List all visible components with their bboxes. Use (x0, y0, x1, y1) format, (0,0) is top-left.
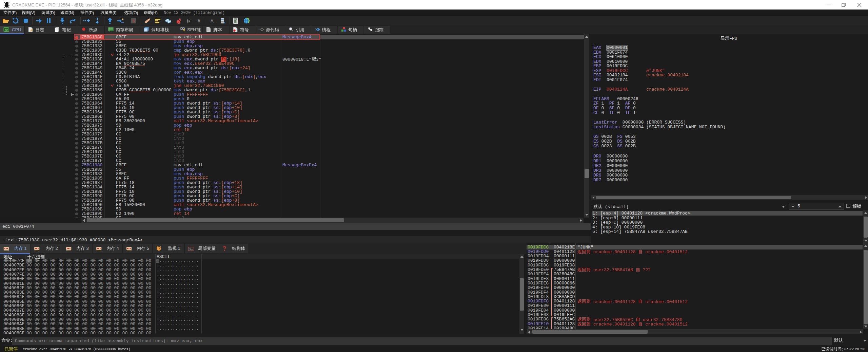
svg-text:32: 32 (5, 29, 8, 32)
svg-text:x=: x= (189, 248, 193, 251)
svg-text:S: S (132, 18, 135, 23)
svg-text:z: z (213, 21, 215, 24)
svg-text:fx: fx (187, 18, 191, 23)
svg-text:<>: <> (259, 27, 264, 32)
svg-text:#: # (198, 18, 200, 23)
